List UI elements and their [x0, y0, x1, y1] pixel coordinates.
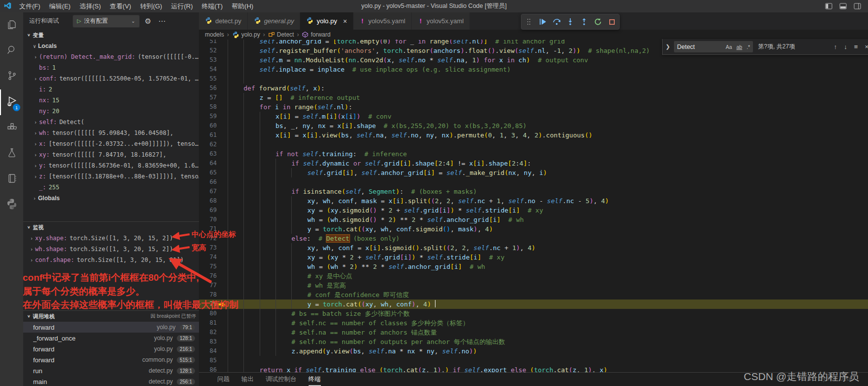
breakpoint-gutter[interactable]: [217, 337, 228, 346]
variables-section-header[interactable]: ∨ 变量: [23, 30, 199, 41]
breakpoint-gutter[interactable]: [217, 74, 228, 84]
breakpoint-gutter[interactable]: [217, 271, 228, 281]
breakpoint-gutter[interactable]: [217, 206, 228, 215]
breakpoint-gutter[interactable]: [217, 121, 228, 130]
step-out-button[interactable]: [580, 16, 589, 27]
activity-item-python[interactable]: [0, 192, 23, 218]
variable-row[interactable]: nx:15: [32, 95, 199, 106]
breakpoint-gutter[interactable]: [217, 130, 228, 140]
match-case-toggle[interactable]: Aa: [725, 43, 733, 50]
breakpoint-gutter[interactable]: [217, 290, 228, 300]
breakpoint-gutter[interactable]: [217, 112, 228, 121]
step-into-button[interactable]: [566, 16, 575, 27]
breakpoint-gutter[interactable]: [217, 262, 228, 271]
layout-sidebar-right-icon[interactable]: [854, 3, 861, 9]
tab-general.py[interactable]: general.py: [248, 12, 301, 30]
breakpoint-gutter[interactable]: [217, 346, 228, 356]
variable-row[interactable]: bs:1: [32, 62, 199, 73]
toggle-replace-icon[interactable]: ❯: [665, 43, 671, 50]
breakpoint-gutter[interactable]: [217, 159, 228, 168]
breakpoint-gutter[interactable]: [217, 84, 228, 93]
scope-locals[interactable]: ∨ Locals: [23, 41, 199, 51]
variable-row[interactable]: ›self:Detect(: [32, 117, 199, 128]
next-match-button[interactable]: ↓: [842, 43, 849, 50]
close-find-button[interactable]: ×: [863, 43, 868, 50]
previous-match-button[interactable]: ↑: [832, 43, 839, 50]
variable-row[interactable]: ›conf:tensor([[[[[1.52500e-05, 1.57052e-…: [32, 73, 199, 84]
breadcrumb-item-forward[interactable]: forward: [302, 31, 330, 38]
breakpoint-gutter[interactable]: [217, 149, 228, 159]
breadcrumb-item-yolo.py[interactable]: yolo.py: [232, 31, 260, 39]
stack-frame[interactable]: forwardyolo.py216:1: [23, 343, 199, 354]
panel-tab-问题[interactable]: 问题: [217, 373, 230, 386]
tab-yolo.py[interactable]: yolo.py×: [300, 12, 353, 30]
activity-item-search[interactable]: [0, 38, 23, 64]
watch-section-header[interactable]: ∨ 监视: [23, 222, 199, 233]
breakpoint-gutter[interactable]: [217, 177, 228, 187]
tab-detect.py[interactable]: detect.py: [199, 12, 248, 30]
restart-button[interactable]: [593, 16, 602, 27]
panel-tab-终端[interactable]: 终端: [309, 373, 321, 386]
activity-item-extensions[interactable]: [0, 115, 23, 141]
breakpoint-gutter[interactable]: [217, 300, 228, 309]
more-actions-icon[interactable]: ⋯: [156, 17, 167, 26]
breakpoint-gutter[interactable]: [217, 187, 228, 196]
panel-tab-调试控制台[interactable]: 调试控制台: [266, 373, 297, 386]
breakpoint-gutter[interactable]: [217, 46, 228, 55]
breakpoint-gutter[interactable]: [217, 40, 228, 46]
continue-button[interactable]: [538, 16, 547, 27]
close-tab-icon[interactable]: ×: [343, 17, 347, 25]
breakpoint-gutter[interactable]: [217, 65, 228, 74]
menu-item-文件[interactable]: 文件(F): [15, 2, 45, 11]
variable-row[interactable]: ›wh:tensor([[[[[ 95.09843, 106.04508],: [32, 128, 199, 138]
watch-row[interactable]: ›wh.shape:torch.Size([1, 3, 20, 15, 2]): [28, 244, 199, 255]
variable-row[interactable]: ›(return) Detect._make_grid:(tensor([[[[…: [32, 51, 199, 62]
activity-item-notebook[interactable]: [0, 167, 23, 192]
menu-item-查看[interactable]: 查看(V): [105, 2, 135, 11]
gear-icon[interactable]: ⚙: [143, 17, 153, 26]
regex-toggle[interactable]: .*: [746, 43, 751, 50]
stack-frame[interactable]: forwardcommon.py515:1: [23, 354, 199, 365]
step-over-button[interactable]: [552, 16, 561, 27]
breakpoint-gutter[interactable]: [217, 309, 228, 318]
breakpoint-gutter[interactable]: [217, 168, 228, 177]
breadcrumb-item-Detect[interactable]: Detect: [268, 31, 294, 38]
breakpoint-gutter[interactable]: [217, 140, 228, 149]
breakpoint-gutter[interactable]: [217, 243, 228, 253]
find-input[interactable]: Detect Aa ab .*: [674, 41, 753, 52]
breakpoint-gutter[interactable]: [217, 253, 228, 262]
variable-row[interactable]: ›xy:tensor([[[[[ 7.84710, 18.16827],: [32, 149, 199, 160]
activity-item-source-control[interactable]: [0, 64, 23, 89]
watch-row[interactable]: ›conf.shape:torch.Size([1, 3, 20, 15, 81…: [28, 255, 199, 265]
variable-row[interactable]: ›y:tensor([[[[[8.56736e-01, 8.83659e+00,…: [32, 160, 199, 171]
variable-row[interactable]: _:255: [32, 182, 199, 193]
scope-globals[interactable]: › Globals: [23, 193, 199, 204]
watch-row[interactable]: ›xy.shape:torch.Size([1, 3, 20, 15, 2]): [28, 233, 199, 244]
run-config-select[interactable]: ▷ 没有配置 ⌄: [73, 15, 140, 28]
layout-panel-icon[interactable]: [839, 3, 847, 9]
breakpoint-gutter[interactable]: [217, 102, 228, 112]
menu-item-转到[interactable]: 转到(G): [136, 2, 167, 11]
menu-item-终端[interactable]: 终端(T): [197, 2, 227, 11]
activity-item-testing[interactable]: [0, 141, 23, 167]
stack-frame[interactable]: rundetect.py128:1: [23, 365, 199, 376]
whole-word-toggle[interactable]: ab: [736, 43, 744, 50]
stack-frame[interactable]: maindetect.py256:1: [23, 376, 199, 386]
variable-row[interactable]: i:2: [32, 84, 199, 95]
stop-button[interactable]: [607, 16, 616, 27]
menu-item-编辑[interactable]: 编辑(E): [45, 2, 75, 11]
breakpoint-gutter[interactable]: [217, 356, 228, 365]
breakpoint-gutter[interactable]: [217, 234, 228, 243]
breakpoint-gutter[interactable]: [217, 365, 228, 372]
breakpoint-gutter[interactable]: [217, 281, 228, 290]
breakpoint-gutter[interactable]: [217, 318, 228, 328]
breakpoint-gutter[interactable]: [217, 196, 228, 206]
menu-item-运行[interactable]: 运行(R): [166, 2, 197, 11]
callstack-section-header[interactable]: ∨ 调用堆栈 因 breakpoint 已暂停: [23, 311, 199, 322]
variable-row[interactable]: ny:20: [32, 106, 199, 117]
breakpoint-gutter[interactable]: [217, 328, 228, 337]
layout-sidebar-left-icon[interactable]: [825, 3, 832, 9]
activity-item-run-and-debug[interactable]: 1: [0, 89, 23, 115]
menu-item-帮助[interactable]: 帮助(H): [227, 2, 258, 11]
menu-item-选择[interactable]: 选择(S): [75, 2, 105, 11]
